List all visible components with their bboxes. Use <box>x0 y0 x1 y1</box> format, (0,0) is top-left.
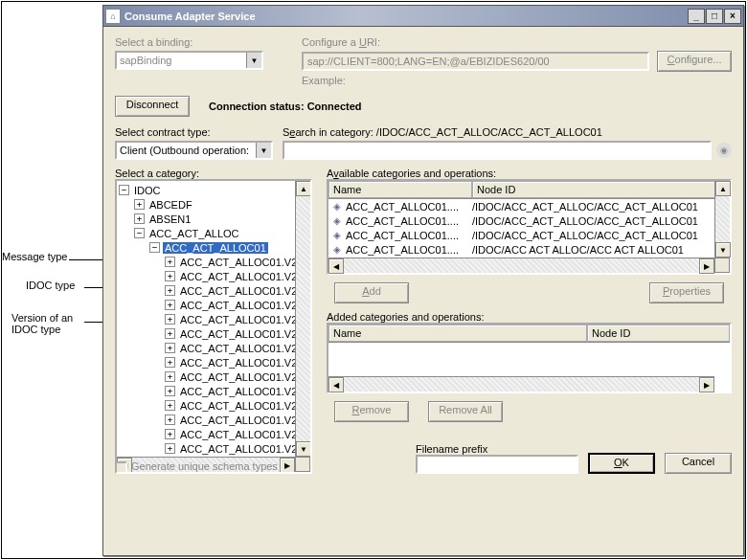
tree-node-version[interactable]: +ACC_ACT_ALLOC01.V2 <box>119 398 310 413</box>
binding-combo[interactable]: sapBinding ▼ <box>115 51 263 70</box>
label-configure-uri: Configure a URI: <box>302 36 732 48</box>
label-contract-type: Select contract type: <box>115 126 273 138</box>
avail-vscrollbar[interactable]: ▲▼ <box>714 181 730 258</box>
maximize-button[interactable]: □ <box>706 9 723 24</box>
app-icon: ⌂ <box>105 9 121 24</box>
operation-icon: ◈ <box>330 244 344 255</box>
properties-button[interactable]: Properties <box>649 282 724 303</box>
tree-node-version[interactable]: +ACC_ACT_ALLOC01.V2 <box>119 413 310 427</box>
col-node-id[interactable]: Node ID <box>587 325 730 342</box>
uri-textbox: sap://CLIENT=800;LANG=EN;@a/EBIZIDES620/… <box>302 52 649 71</box>
annotation-message-type: Message type <box>2 251 93 262</box>
tree-node[interactable]: +ABSEN1 <box>119 212 310 226</box>
tree-node-version[interactable]: +ACC_ACT_ALLOC01.V2 <box>119 269 310 283</box>
search-go-icon[interactable]: ◉ <box>716 143 732 158</box>
tree-node-version[interactable]: +ACC_ACT_ALLOC01.V2 <box>119 298 310 312</box>
label-select-category: Select a category: <box>115 168 312 179</box>
available-list[interactable]: Name Node ID ◈ACC_ACT_ALLOC01..../IDOC/A… <box>327 179 732 275</box>
list-item[interactable]: ◈ACC_ACT_ALLOC01..../IDOC/ACC_ACT_ALLOC/… <box>328 228 730 242</box>
tree-vscrollbar[interactable]: ▲▼ <box>295 181 310 457</box>
label-search: Search in category: /IDOC/ACC_ACT_ALLOC/… <box>283 126 732 138</box>
annotation-version: Version of an IDOC type <box>11 312 93 335</box>
minimize-button[interactable]: _ <box>688 9 705 24</box>
close-button[interactable]: × <box>724 9 741 24</box>
operation-icon: ◈ <box>330 230 344 240</box>
label-filename-prefix: Filename prefix <box>416 443 578 455</box>
chevron-down-icon: ▼ <box>246 53 261 68</box>
annotation-idoc-type: IDOC type <box>26 280 93 291</box>
dialog-consume-adapter-service: ⌂ Consume Adapter Service _ □ × Select a… <box>102 5 744 556</box>
tree-node-idoc-type[interactable]: −ACC_ACT_ALLOC01 <box>119 240 310 255</box>
label-added: Added categories and operations: <box>327 311 732 323</box>
tree-node-version[interactable]: +ACC_ACT_ALLOC01.V2 <box>119 312 310 326</box>
col-node-id[interactable]: Node ID <box>472 181 730 198</box>
tree-node-version[interactable]: +ACC_ACT_ALLOC01.V2 <box>119 255 310 269</box>
ok-button[interactable]: OK <box>588 453 655 474</box>
chevron-down-icon: ▼ <box>256 143 271 158</box>
titlebar: ⌂ Consume Adapter Service _ □ × <box>103 6 743 27</box>
col-name[interactable]: Name <box>328 181 472 198</box>
connection-status: Connection status: Connected <box>209 101 362 112</box>
tree-node-root[interactable]: −IDOC <box>119 183 310 197</box>
window-title: Consume Adapter Service <box>124 11 688 22</box>
configure-button[interactable]: Configure... <box>657 51 732 72</box>
binding-value: sapBinding <box>117 53 246 68</box>
list-item[interactable]: ◈ACC_ACT_ALLOC01..../IDOC/ACC_ACT_ALLOC/… <box>328 199 730 213</box>
generate-schema-checkbox[interactable]: Generate unique schema types <box>115 460 278 474</box>
tree-node-msg-type[interactable]: −ACC_ACT_ALLOC <box>119 226 310 240</box>
label-example: Example: <box>302 75 732 86</box>
col-name[interactable]: Name <box>328 325 587 342</box>
tree-node-version[interactable]: +ACC_ACT_ALLOC01.V2 <box>119 326 310 341</box>
cancel-button[interactable]: Cancel <box>665 453 732 474</box>
contract-combo[interactable]: Client (Outbound operation: ▼ <box>115 141 273 160</box>
contract-value: Client (Outbound operation: <box>117 143 256 158</box>
list-item[interactable]: ◈ACC_ACT_ALLOC01..../IDOC/ACC_ACT_ALLOC/… <box>328 213 730 228</box>
tree-node-version[interactable]: +ACC_ACT_ALLOC01.V2 <box>119 384 310 398</box>
tree-node-version[interactable]: +ACC_ACT_ALLOC01.V2 <box>119 341 310 355</box>
operation-icon: ◈ <box>330 215 344 226</box>
avail-hscrollbar[interactable]: ◀▶ <box>328 258 714 273</box>
search-input[interactable] <box>283 141 712 160</box>
label-available: Available categories and operations: <box>327 168 732 179</box>
tree-node-version[interactable]: +ACC_ACT_ALLOC01.V2 <box>119 427 310 441</box>
category-tree[interactable]: −IDOC +ABCEDF +ABSEN1 −ACC_ACT_ALLOC −AC… <box>115 179 312 474</box>
tree-node-version[interactable]: +ACC_ACT_ALLOC01.V2 <box>119 355 310 370</box>
remove-all-button[interactable]: Remove All <box>428 401 503 422</box>
tree-node[interactable]: +ABCEDF <box>119 197 310 212</box>
scroll-corner <box>714 258 730 273</box>
added-list[interactable]: Name Node ID ◀▶ <box>327 323 732 393</box>
added-hscrollbar[interactable]: ◀▶ <box>328 376 714 392</box>
tree-node-version[interactable]: +ACC_ACT_ALLOC01.V2 <box>119 283 310 298</box>
list-item[interactable]: ◈ACC_ACT_ALLOC01..../IDOC/ACC ACT ALLOC/… <box>328 242 730 257</box>
operation-icon: ◈ <box>330 201 344 212</box>
filename-prefix-input[interactable] <box>416 455 578 474</box>
checkbox-icon <box>115 461 127 474</box>
add-button[interactable]: Add <box>334 282 409 303</box>
label-select-binding: Select a binding: <box>115 36 263 48</box>
tree-node-version[interactable]: +ACC_ACT_ALLOC01.V2 <box>119 370 310 384</box>
disconnect-button[interactable]: Disconnect <box>115 96 190 117</box>
remove-button[interactable]: Remove <box>334 401 409 422</box>
